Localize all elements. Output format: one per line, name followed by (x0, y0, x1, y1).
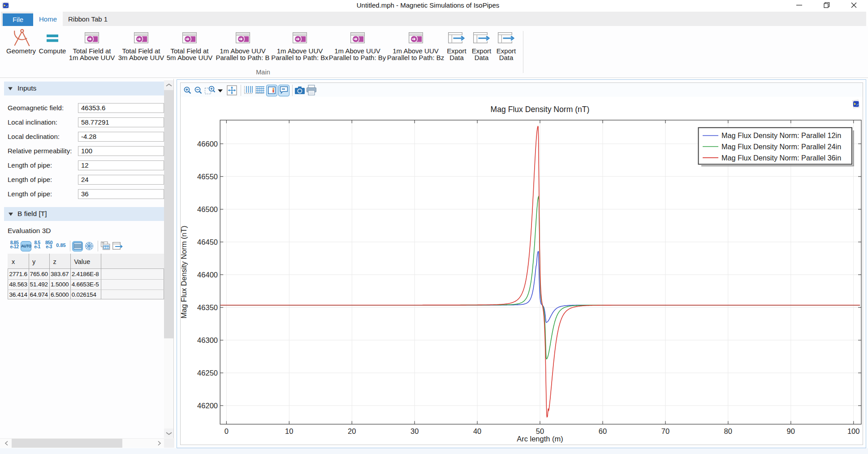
svg-text:Mag Flux Density Norm: Paralle: Mag Flux Density Norm: Parallel 36in (721, 154, 841, 162)
svg-text:Mag Flux Density Norm (nT): Mag Flux Density Norm (nT) (180, 225, 188, 318)
svg-text:10: 10 (285, 427, 293, 435)
svg-text:46250: 46250 (197, 369, 218, 377)
svg-text:Mag Flux Density Norm: Paralle: Mag Flux Density Norm: Parallel 24in (721, 143, 841, 151)
svg-text:0: 0 (225, 427, 229, 435)
svg-text:60: 60 (599, 427, 607, 435)
svg-text:46600: 46600 (197, 140, 218, 148)
svg-text:Mag Flux Density Norm (nT): Mag Flux Density Norm (nT) (491, 105, 590, 114)
svg-text:70: 70 (661, 427, 669, 435)
svg-text:50: 50 (536, 427, 544, 435)
svg-text:80: 80 (724, 427, 732, 435)
svg-text:46200: 46200 (197, 402, 218, 410)
svg-text:46550: 46550 (197, 173, 218, 181)
svg-text:46400: 46400 (197, 271, 218, 279)
svg-text:46300: 46300 (197, 336, 218, 344)
svg-text:20: 20 (348, 427, 356, 435)
svg-text:46350: 46350 (197, 303, 218, 311)
svg-text:46450: 46450 (197, 238, 218, 246)
svg-text:Arc length (m): Arc length (m) (517, 435, 563, 443)
svg-text:100: 100 (847, 427, 860, 435)
svg-text:Mag Flux Density Norm: Paralle: Mag Flux Density Norm: Parallel 12in (721, 131, 841, 139)
svg-text:40: 40 (473, 427, 481, 435)
svg-text:30: 30 (410, 427, 419, 435)
svg-text:46500: 46500 (197, 205, 218, 213)
svg-text:90: 90 (787, 427, 795, 435)
